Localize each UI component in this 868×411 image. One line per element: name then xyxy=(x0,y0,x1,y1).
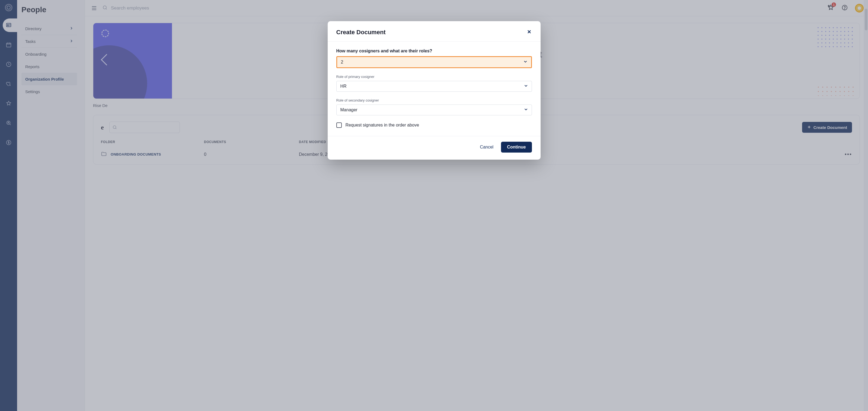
modal-body: How many cosigners and what are their ro… xyxy=(328,41,540,136)
modal-header: Create Document xyxy=(328,21,540,41)
modal-footer: Cancel Continue xyxy=(328,136,540,159)
cosigner-question: How many cosigners and what are their ro… xyxy=(336,49,532,54)
chevron-down-icon xyxy=(523,59,528,65)
cosigner-count-select[interactable]: 2 xyxy=(336,56,532,68)
cancel-button[interactable]: Cancel xyxy=(480,145,493,150)
primary-cosigner-select[interactable]: HR xyxy=(336,81,532,92)
continue-button[interactable]: Continue xyxy=(501,142,532,152)
create-document-modal: Create Document How many cosigners and w… xyxy=(328,21,540,159)
primary-cosigner-label: Role of primary cosigner xyxy=(336,75,532,79)
app-root: People Directory Tasks Onboarding Report… xyxy=(0,0,868,411)
order-checkbox-row: Request signatures in the order above xyxy=(336,122,532,128)
order-checkbox[interactable] xyxy=(336,122,342,128)
chevron-down-icon xyxy=(524,83,528,89)
secondary-cosigner-label: Role of secondary cosigner xyxy=(336,98,532,102)
secondary-cosigner-value: Manager xyxy=(340,108,358,112)
modal-overlay: Create Document How many cosigners and w… xyxy=(0,0,868,411)
primary-cosigner-value: HR xyxy=(340,84,347,89)
modal-title: Create Document xyxy=(336,29,386,36)
cosigner-count-value: 2 xyxy=(341,60,343,65)
close-icon[interactable] xyxy=(527,29,532,35)
order-checkbox-label: Request signatures in the order above xyxy=(346,123,419,127)
secondary-cosigner-select[interactable]: Manager xyxy=(336,105,532,115)
chevron-down-icon xyxy=(524,107,528,113)
